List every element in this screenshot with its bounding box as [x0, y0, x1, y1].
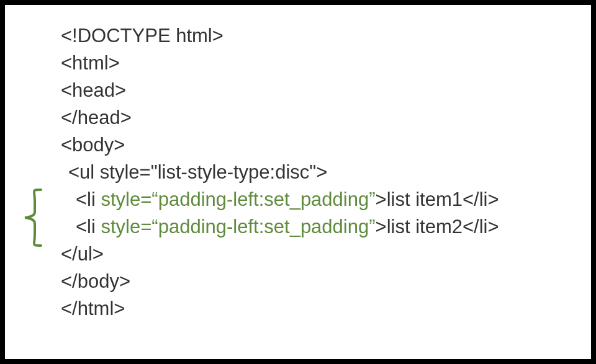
code-line: <head>	[61, 77, 591, 104]
code-line: <ul style="list-style-type:disc">	[61, 159, 591, 186]
code-card: <!DOCTYPE html> <html> <head> </head> <b…	[5, 5, 591, 359]
code-block: <!DOCTYPE html> <html> <head> </head> <b…	[5, 22, 591, 322]
code-line: </html>	[61, 295, 591, 322]
code-line: <!DOCTYPE html>	[61, 22, 591, 50]
code-text: >list item1</li>	[376, 189, 499, 210]
code-line: <html>	[61, 50, 591, 77]
code-line: </body>	[61, 268, 591, 295]
code-line: <li style=“padding-left:set_padding”>lis…	[61, 186, 591, 213]
code-text: <li	[76, 189, 101, 210]
code-line: <body>	[61, 131, 591, 159]
code-text: >list item2</li>	[376, 216, 499, 237]
code-line: </ul>	[61, 241, 591, 268]
code-line: <li style=“padding-left:set_padding”>lis…	[61, 213, 591, 241]
code-highlight: style=“padding-left:set_padding”	[101, 189, 376, 210]
curly-bracket-icon	[22, 189, 42, 247]
code-highlight: style=“padding-left:set_padding”	[101, 216, 376, 237]
code-line: </head>	[61, 104, 591, 131]
code-text: <li	[76, 216, 101, 237]
